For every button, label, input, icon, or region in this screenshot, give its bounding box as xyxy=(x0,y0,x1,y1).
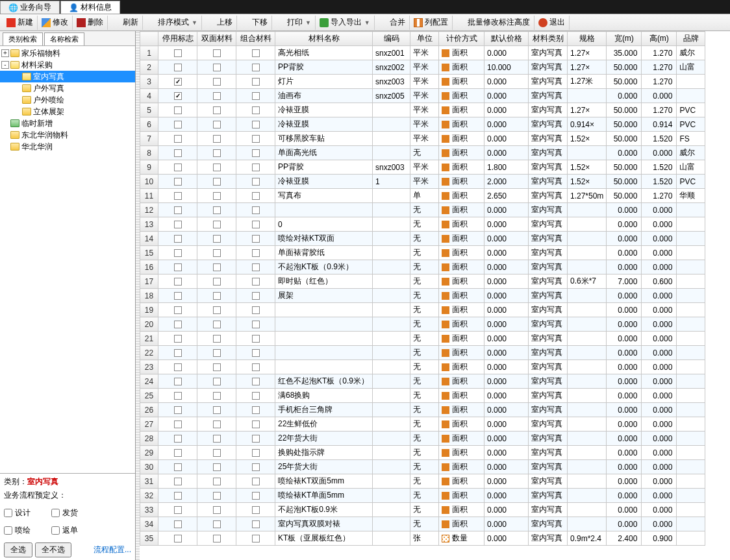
checkbox-cell[interactable] xyxy=(252,406,260,414)
checkbox-cell[interactable] xyxy=(213,292,221,300)
cell-brand[interactable]: PVC xyxy=(677,103,705,117)
cell-price[interactable]: 1.800 xyxy=(485,160,529,175)
cell-brand[interactable] xyxy=(677,403,705,417)
cell-name[interactable]: 冷裱亚膜 xyxy=(275,175,373,189)
cell-code[interactable] xyxy=(373,474,410,489)
cell-name[interactable]: 灯片 xyxy=(275,75,373,89)
checkbox-cell[interactable] xyxy=(213,392,221,400)
checkbox-cell[interactable] xyxy=(252,492,260,500)
col-header-1[interactable]: 停用标志 xyxy=(158,32,197,46)
cell-w[interactable]: 0.000 xyxy=(607,432,642,446)
cell-mode[interactable]: 面积 xyxy=(439,89,485,103)
checkbox-cell[interactable] xyxy=(174,92,182,100)
cell-code[interactable] xyxy=(373,517,410,531)
table-row[interactable]: 23无面积0.000室内写真0.0000.000 xyxy=(140,360,705,374)
checkbox-cell[interactable] xyxy=(252,535,260,542)
cell-mode[interactable]: 面积 xyxy=(439,217,485,232)
cell-mode[interactable]: 面积 xyxy=(439,246,485,260)
cell-h[interactable]: 0.000 xyxy=(642,203,677,217)
cell-cat[interactable]: 室内写真 xyxy=(529,403,568,417)
cell-mode[interactable]: 面积 xyxy=(439,46,485,60)
cell-h[interactable]: 0.000 xyxy=(642,246,677,260)
checkbox-cell[interactable] xyxy=(213,478,221,485)
cell-code[interactable] xyxy=(373,446,410,460)
cell-mode[interactable]: 面积 xyxy=(439,374,485,389)
checkbox-cell[interactable] xyxy=(174,135,182,143)
cell-code[interactable] xyxy=(373,489,410,503)
tree-node-7[interactable]: 东北华润物料 xyxy=(0,129,135,141)
cell-w[interactable]: 50.000 xyxy=(607,75,642,89)
table-row[interactable]: 3灯片snxz003平米面积0.000室内写真1.27米50.0001.270 xyxy=(140,75,705,89)
cell-h[interactable]: 1.520 xyxy=(642,132,677,146)
cell-mode[interactable]: 面积 xyxy=(439,332,485,346)
cell-code[interactable] xyxy=(373,132,410,146)
cell-unit[interactable]: 无 xyxy=(410,232,439,246)
cell-name[interactable]: 室内写真双膜对裱 xyxy=(275,517,373,531)
table-row[interactable]: 18展架无面积0.000室内写真0.0000.000 xyxy=(140,289,705,303)
cell-cat[interactable]: 室内写真 xyxy=(529,446,568,460)
cell-cat[interactable]: 室内写真 xyxy=(529,517,568,531)
cell-mode[interactable]: 面积 xyxy=(439,489,485,503)
cell-name[interactable]: 换购处指示牌 xyxy=(275,446,373,460)
cell-w[interactable]: 50.000 xyxy=(607,160,642,175)
cell-name[interactable] xyxy=(275,360,373,374)
checkbox-cell[interactable] xyxy=(252,306,260,314)
cell-spec[interactable]: 1.52× xyxy=(568,132,607,146)
checkbox-cell[interactable] xyxy=(252,349,260,357)
cell-price[interactable]: 0.000 xyxy=(485,346,529,360)
cell-h[interactable]: 0.000 xyxy=(642,446,677,460)
cell-w[interactable]: 0.000 xyxy=(607,460,642,474)
tree-node-0[interactable]: +家乐福物料 xyxy=(0,47,135,59)
cell-unit[interactable]: 无 xyxy=(410,317,439,332)
expander-icon[interactable]: - xyxy=(1,61,9,69)
cell-name[interactable]: 喷绘裱KT双面5mm xyxy=(275,474,373,489)
checkbox-cell[interactable] xyxy=(252,378,260,385)
cell-w[interactable]: 50.000 xyxy=(607,117,642,132)
cell-h[interactable]: 0.000 xyxy=(642,489,677,503)
cell-price[interactable]: 0.000 xyxy=(485,217,529,232)
cell-brand[interactable] xyxy=(677,417,705,432)
checkbox-cell[interactable] xyxy=(174,378,182,385)
checkbox-cell[interactable] xyxy=(174,420,182,428)
cell-w[interactable]: 50.000 xyxy=(607,60,642,75)
checkbox-cell[interactable] xyxy=(174,392,182,400)
cell-code[interactable]: 1 xyxy=(373,175,410,189)
cell-code[interactable] xyxy=(373,374,410,389)
cell-w[interactable]: 0.000 xyxy=(607,217,642,232)
checkbox-cell[interactable] xyxy=(213,178,221,186)
cell-h[interactable]: 1.270 xyxy=(642,60,677,75)
cell-brand[interactable] xyxy=(677,360,705,374)
checkbox-cell[interactable] xyxy=(213,235,221,243)
cell-h[interactable]: 0.600 xyxy=(642,274,677,289)
cell-unit[interactable]: 无 xyxy=(410,374,439,389)
cell-brand[interactable] xyxy=(677,89,705,103)
cell-brand[interactable] xyxy=(677,317,705,332)
cell-price[interactable]: 0.000 xyxy=(485,374,529,389)
select-none-button[interactable]: 全不选 xyxy=(35,542,71,557)
cell-unit[interactable]: 无 xyxy=(410,203,439,217)
cell-spec[interactable] xyxy=(568,317,607,332)
cell-price[interactable]: 2.650 xyxy=(485,189,529,203)
cell-code[interactable] xyxy=(373,203,410,217)
cell-code[interactable] xyxy=(373,274,410,289)
column-config-button[interactable]: 列配置 xyxy=(410,16,453,30)
checkbox-cell[interactable] xyxy=(213,306,221,314)
cell-cat[interactable]: 室内写真 xyxy=(529,217,568,232)
cell-name[interactable]: KT板（亚展板红色） xyxy=(275,531,373,546)
cell-code[interactable] xyxy=(373,389,410,403)
checkbox-cell[interactable] xyxy=(174,64,182,71)
cell-unit[interactable]: 平米 xyxy=(410,46,439,60)
cell-code[interactable] xyxy=(373,289,410,303)
cell-mode[interactable]: 面积 xyxy=(439,417,485,432)
checkbox-cell[interactable] xyxy=(174,449,182,457)
cell-cat[interactable]: 室内写真 xyxy=(529,360,568,374)
cell-price[interactable]: 0.000 xyxy=(485,246,529,260)
cell-unit[interactable]: 无 xyxy=(410,346,439,360)
cell-brand[interactable] xyxy=(677,332,705,346)
checkbox-cell[interactable] xyxy=(252,49,260,57)
cell-name[interactable]: 油画布 xyxy=(275,89,373,103)
cell-price[interactable]: 0.000 xyxy=(485,232,529,246)
exit-button[interactable]: 退出 xyxy=(535,16,570,30)
cell-unit[interactable]: 无 xyxy=(410,489,439,503)
cell-code[interactable] xyxy=(373,146,410,160)
